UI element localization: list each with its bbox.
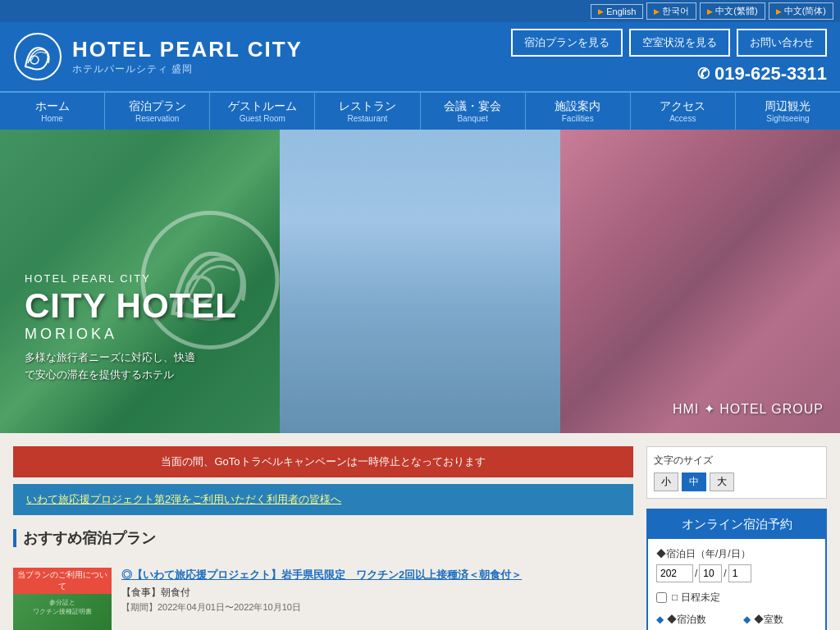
nav-facilities[interactable]: 施設案内 Facilities [526, 93, 631, 130]
date-sep2: / [724, 568, 726, 579]
content-left: 当面の間、GoToトラベルキャンペーンは一時停止となっております いわて旅応援プ… [13, 446, 646, 630]
undecided-checkbox[interactable] [656, 592, 667, 603]
content-right-sidebar: 文字のサイズ 小 中 大 オンライン宿泊予約 ◆宿泊日（年/月/日） / / [646, 446, 827, 630]
font-size-small-btn[interactable]: 小 [654, 472, 678, 491]
font-size-medium-btn[interactable]: 中 [682, 472, 706, 491]
plan-thumb-badge: 当プランのご利用について [13, 568, 112, 594]
nav-reservation-en: Reservation [108, 114, 206, 123]
plan-thumb-line2: ワクチン接種証明書 [33, 607, 92, 616]
checkin-date-label: ◆宿泊日（年/月/日） [656, 547, 817, 561]
plan-thumbnail: 当プランのご利用について 参分証と ワクチン接種証明書 [13, 568, 112, 630]
nav-restaurant-jp: レストラン [318, 99, 416, 114]
hero-morioka: MORIOKA [25, 326, 237, 343]
header-buttons: 宿泊プランを見る 空室状況を見る お問い合わせ [511, 29, 827, 57]
nav-facilities-en: Facilities [529, 114, 627, 123]
nav-home-jp: ホーム [3, 99, 101, 114]
booking-box: オンライン宿泊予約 ◆宿泊日（年/月/日） / / □ 日程未定 ◆ [646, 509, 827, 630]
nav-sightseeing-jp: 周辺観光 [739, 99, 837, 114]
notice-blue-link[interactable]: いわて旅応援プロジェクト第2弾をご利用いただく利用者の皆様へ [26, 493, 341, 505]
nav-guest-room-jp: ゲストルーム [213, 99, 311, 114]
date-inputs: / / [656, 564, 817, 582]
nav-sightseeing-en: Sightseeing [739, 114, 837, 123]
nav-guest-room-en: Guest Room [213, 114, 311, 123]
rooms-label: ◆◆室数 [743, 613, 817, 627]
nights-label: ◆◆宿泊数 [656, 613, 730, 627]
plan-thumb-line1: 参分証と [33, 598, 92, 607]
nav-home[interactable]: ホーム Home [0, 93, 105, 130]
lang-chinese-simp-btn[interactable]: ▶ 中文(简体) [769, 2, 833, 20]
day-input[interactable] [728, 564, 751, 582]
section-bar-decoration [13, 529, 16, 547]
nav-access[interactable]: アクセス Access [631, 93, 736, 130]
font-size-label: 文字のサイズ [654, 454, 819, 468]
reservation-btn[interactable]: 宿泊プランを見る [511, 29, 623, 57]
lang-arrow-icon3: ▶ [707, 7, 713, 16]
hero-tagline-line2: で安心の滞在を提供するホテル [25, 368, 174, 381]
hero-tagline: 多様な旅行者ニーズに対応し、快適 で安心の滞在を提供するホテル [25, 349, 237, 384]
nav-banquet-jp: 会議・宴会 [424, 99, 522, 114]
lang-korean-label: 한국어 [662, 5, 689, 17]
logo-area: HOTEL PEARL CITY ホテルパールシティ 盛岡 [13, 32, 303, 81]
notice-red: 当面の間、GoToトラベルキャンペーンは一時停止となっております [13, 446, 633, 477]
logo-text: HOTEL PEARL CITY ホテルパールシティ 盛岡 [72, 37, 303, 76]
hero-city-hotel: CITY HOTEL [25, 286, 237, 326]
nav-guest-room[interactable]: ゲストルーム Guest Room [210, 93, 315, 130]
notice-red-text: 当面の間、GoToトラベルキャンペーンは一時停止となっております [161, 455, 485, 468]
nav-banquet[interactable]: 会議・宴会 Banquet [421, 93, 526, 130]
plan-thumb-inner: 参分証と ワクチン接種証明書 [30, 598, 95, 616]
header-right: 宿泊プランを見る 空室状況を見る お問い合わせ ✆ 019-625-3311 [511, 29, 827, 84]
phone-number-text: 019-625-3311 [714, 63, 827, 84]
nights-field: ◆◆宿泊数 1 2 3 4 5 泊 [656, 613, 730, 630]
section-title: おすすめ宿泊プラン [23, 528, 156, 548]
date-sep1: / [695, 568, 697, 579]
lang-english-btn[interactable]: ▶ English [591, 4, 643, 19]
nav-restaurant-en: Restaurant [318, 114, 416, 123]
nav-access-en: Access [634, 114, 732, 123]
lang-chinese-trad-btn[interactable]: ▶ 中文(繁體) [700, 2, 765, 20]
hero-section: HOTEL PEARL CITY CITY HOTEL MORIOKA 多様な旅… [0, 130, 840, 433]
main-content: 当面の間、GoToトラベルキャンペーンは一時停止となっております いわて旅応援プ… [0, 433, 840, 630]
phone-number: ✆ 019-625-3311 [697, 63, 827, 84]
nav-access-jp: アクセス [634, 99, 732, 114]
plan-content: ◎【いわて旅応援プロジェクト】岩手県民限定 ワクチン2回以上接種済＜朝食付＞ 【… [121, 568, 633, 630]
lang-english-label: English [606, 7, 636, 16]
lang-korean-btn[interactable]: ▶ 한국어 [646, 2, 696, 20]
contact-btn[interactable]: お問い合わせ [737, 29, 827, 57]
hmi-label: HMI ✦ HOTEL GROUP [673, 401, 824, 417]
plan-meal-meta: 【食事】朝食付 [121, 586, 633, 600]
plan-title[interactable]: ◎【いわて旅応援プロジェクト】岩手県民限定 ワクチン2回以上接種済＜朝食付＞ [121, 568, 633, 582]
nav-banquet-en: Banquet [424, 114, 522, 123]
lang-arrow-icon: ▶ [598, 7, 604, 16]
rooms-label-text: ◆室数 [754, 614, 783, 625]
hero-hotel-name: HOTEL PEARL CITY [25, 272, 237, 285]
nav-home-en: Home [3, 114, 101, 123]
nav-restaurant[interactable]: レストラン Restaurant [315, 93, 420, 130]
hotel-name-jp: ホテルパールシティ 盛岡 [72, 62, 303, 76]
main-navigation: ホーム Home 宿泊プラン Reservation ゲストルーム Guest … [0, 91, 840, 130]
font-size-box: 文字のサイズ 小 中 大 [646, 446, 827, 499]
booking-title: オンライン宿泊予約 [648, 510, 825, 539]
notice-blue: いわて旅応援プロジェクト第2弾をご利用いただく利用者の皆様へ [13, 484, 633, 515]
hotel-name-heading: HOTEL PEARL CITY [72, 37, 303, 62]
lang-chinese-trad-label: 中文(繁體) [715, 5, 757, 17]
lang-arrow-icon4: ▶ [776, 7, 782, 16]
hero-tagline-line1: 多様な旅行者ニーズに対応し、快適 [25, 351, 195, 363]
font-size-buttons: 小 中 大 [654, 472, 819, 491]
checkin-date-field: ◆宿泊日（年/月/日） / / [656, 547, 817, 582]
lang-arrow-icon2: ▶ [654, 7, 660, 16]
nights-diamond-icon: ◆ [656, 614, 664, 625]
undecided-checkbox-row: □ 日程未定 [656, 591, 817, 605]
hotel-logo-icon [13, 32, 62, 81]
rooms-diamond-icon: ◆ [743, 614, 751, 625]
lang-chinese-simp-label: 中文(简体) [784, 5, 826, 17]
font-size-large-btn[interactable]: 大 [710, 472, 734, 491]
room-availability-btn[interactable]: 空室状況を見る [629, 29, 730, 57]
hmi-badge: HMI ✦ HOTEL GROUP [673, 401, 824, 417]
month-input[interactable] [699, 564, 722, 582]
phone-icon: ✆ [697, 65, 710, 83]
undecided-label: □ 日程未定 [672, 591, 720, 605]
nav-sightseeing[interactable]: 周辺観光 Sightseeing [736, 93, 840, 130]
language-bar: ▶ English ▶ 한국어 ▶ 中文(繁體) ▶ 中文(简体) [0, 0, 840, 22]
nav-reservation[interactable]: 宿泊プラン Reservation [105, 93, 210, 130]
year-input[interactable] [656, 564, 693, 582]
